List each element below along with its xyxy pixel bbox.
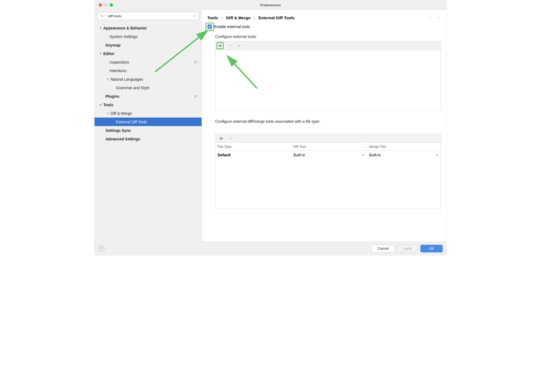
sidebar-item-label: Keymap bbox=[106, 43, 198, 47]
enable-external-tools-checkbox[interactable] bbox=[207, 24, 212, 29]
add-filetype-button[interactable] bbox=[218, 135, 224, 141]
col-header-file: File Type bbox=[215, 143, 291, 151]
sidebar-item-label: Editor bbox=[103, 51, 198, 56]
search-input[interactable] bbox=[108, 14, 193, 18]
sidebar-item[interactable]: System Settings bbox=[94, 32, 202, 41]
chevron-down-icon: ▾ bbox=[106, 112, 110, 115]
maximize-window-icon[interactable] bbox=[110, 3, 113, 7]
table-row: Default Built-in ▼ Built-in ▼ bbox=[215, 151, 441, 159]
remove-tool-button bbox=[227, 43, 233, 49]
sidebar-item[interactable]: Grammar and Style bbox=[94, 83, 202, 92]
sidebar-item-label: Appearance & Behavior bbox=[103, 26, 198, 30]
breadcrumb-item: External Diff Tools bbox=[258, 15, 294, 20]
sidebar-item[interactable]: Intentions bbox=[94, 66, 202, 75]
svg-rect-2 bbox=[194, 61, 198, 64]
breadcrumb-sep: › bbox=[221, 15, 223, 20]
sidebar-item[interactable]: Keymap bbox=[94, 41, 202, 49]
footer: ? Cancel Apply OK bbox=[94, 241, 447, 255]
sidebar-item-label: Intentions bbox=[110, 69, 198, 73]
cell-merge-tool[interactable]: Built-in ▼ bbox=[367, 151, 441, 159]
page-nav: ← → bbox=[428, 15, 441, 21]
sidebar-item-label: Tools bbox=[103, 103, 198, 107]
sidebar-item-label: Inspections bbox=[110, 60, 194, 64]
cell-diff-tool-label: Built-in bbox=[293, 153, 305, 157]
chevron-down-icon: ▾ bbox=[98, 26, 103, 29]
sidebar-item-label: External Diff Tools bbox=[116, 120, 198, 124]
sidebar-item-label: Advanced Settings bbox=[106, 137, 198, 141]
sidebar-item[interactable]: Inspections bbox=[94, 58, 202, 66]
sidebar-item-label: Natural Languages bbox=[110, 77, 198, 81]
sidebar-item[interactable]: External Diff Tools bbox=[94, 118, 202, 126]
cancel-button[interactable]: Cancel bbox=[372, 245, 394, 252]
breadcrumb-item[interactable]: Tools bbox=[207, 15, 218, 20]
breadcrumb-item[interactable]: Diff & Merge bbox=[226, 15, 250, 20]
chevron-down-icon: ▼ bbox=[362, 154, 365, 157]
svg-point-0 bbox=[101, 15, 103, 17]
chevron-down-icon: ▾ bbox=[98, 103, 103, 106]
sidebar-item-label: Diff & Merge bbox=[110, 111, 198, 116]
sidebar: ▾ ✕ ▾Appearance & BehaviorSystem Setting… bbox=[94, 10, 202, 241]
configure-tools-label: Configure external tools: bbox=[215, 34, 441, 39]
cell-file-type: Default bbox=[215, 151, 291, 159]
svg-rect-5 bbox=[195, 96, 196, 97]
table-header: File Type Diff Tool Merge Tool bbox=[215, 143, 441, 151]
sidebar-item[interactable]: ▾Appearance & Behavior bbox=[94, 24, 202, 32]
settings-scope-icon bbox=[194, 60, 198, 64]
sidebar-item[interactable]: Plugins bbox=[94, 92, 202, 100]
enable-external-tools-label: Enable external tools bbox=[214, 24, 250, 29]
cell-merge-tool-label: Built-in bbox=[369, 153, 381, 157]
sidebar-item-label: Settings Sync bbox=[106, 128, 198, 133]
svg-rect-4 bbox=[194, 95, 198, 98]
minimize-window-icon bbox=[104, 3, 107, 7]
col-header-diff: Diff Tool bbox=[291, 143, 367, 151]
sidebar-item[interactable]: ▾Natural Languages bbox=[94, 75, 202, 83]
search-icon bbox=[100, 14, 104, 18]
window-controls bbox=[94, 3, 113, 7]
close-window-icon[interactable] bbox=[99, 3, 102, 7]
sidebar-item-label: Plugins bbox=[106, 94, 194, 99]
breadcrumb-sep: › bbox=[254, 15, 255, 20]
settings-scope-icon bbox=[194, 94, 198, 99]
ok-button[interactable]: OK bbox=[420, 245, 443, 252]
clear-search-icon[interactable]: ✕ bbox=[193, 14, 196, 18]
filetype-toolbar bbox=[215, 134, 441, 143]
cell-diff-tool[interactable]: Built-in ▼ bbox=[291, 151, 367, 159]
settings-tree: ▾Appearance & BehaviorSystem SettingsKey… bbox=[94, 22, 202, 145]
sidebar-item[interactable]: Settings Sync bbox=[94, 126, 202, 135]
search-dropdown-icon[interactable]: ▾ bbox=[105, 15, 107, 17]
search-box[interactable]: ▾ ✕ bbox=[98, 12, 198, 20]
external-tools-toolbar bbox=[215, 41, 441, 50]
forward-arrow-icon[interactable]: → bbox=[436, 15, 441, 21]
back-arrow-icon[interactable]: ← bbox=[428, 15, 433, 21]
main-panel: Tools › Diff & Merge › External Diff Too… bbox=[202, 10, 447, 241]
chevron-down-icon: ▾ bbox=[106, 78, 110, 81]
apply-button: Apply bbox=[397, 245, 418, 252]
window-title: Preferences bbox=[94, 3, 447, 7]
sidebar-item-label: System Settings bbox=[110, 34, 198, 39]
table-body bbox=[215, 159, 441, 209]
breadcrumb: Tools › Diff & Merge › External Diff Too… bbox=[207, 15, 428, 20]
remove-filetype-button bbox=[228, 135, 234, 141]
titlebar: Preferences bbox=[94, 0, 447, 10]
edit-tool-button bbox=[236, 43, 242, 49]
help-button[interactable]: ? bbox=[98, 246, 104, 252]
sidebar-item[interactable]: ▾Diff & Merge bbox=[94, 109, 202, 118]
add-tool-button[interactable] bbox=[217, 42, 224, 49]
svg-rect-3 bbox=[195, 61, 196, 63]
external-tools-list[interactable] bbox=[215, 50, 441, 111]
sidebar-item[interactable]: ▾Editor bbox=[94, 49, 202, 58]
svg-line-1 bbox=[102, 17, 103, 17]
configure-filetype-label: Configure external diff/merge tools asso… bbox=[215, 119, 441, 124]
sidebar-item-label: Grammar and Style bbox=[116, 86, 198, 90]
sidebar-item[interactable]: ▾Tools bbox=[94, 100, 202, 109]
filetype-table-panel: File Type Diff Tool Merge Tool Default B… bbox=[215, 134, 441, 209]
col-header-merge: Merge Tool bbox=[367, 143, 441, 151]
chevron-down-icon: ▾ bbox=[98, 52, 103, 55]
sidebar-item[interactable]: Advanced Settings bbox=[94, 135, 202, 143]
chevron-down-icon: ▼ bbox=[436, 154, 439, 157]
external-tools-panel bbox=[215, 41, 441, 111]
